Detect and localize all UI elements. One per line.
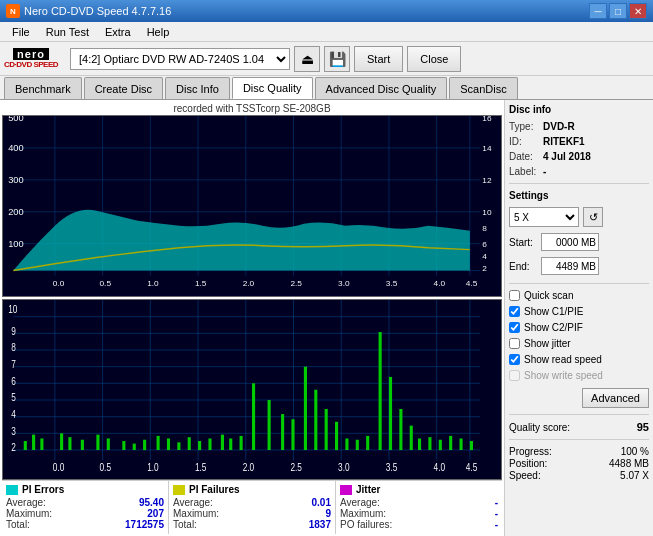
menu-extra[interactable]: Extra [97, 22, 139, 41]
show-c2-pif-checkbox[interactable] [509, 322, 520, 333]
menu-file[interactable]: File [4, 22, 38, 41]
svg-text:300: 300 [8, 175, 24, 185]
pi-failures-avg-row: Average: 0.01 [173, 497, 331, 508]
tab-create-disc[interactable]: Create Disc [84, 77, 163, 99]
pi-errors-label: PI Errors [22, 484, 64, 495]
svg-rect-95 [335, 421, 338, 449]
svg-text:8: 8 [11, 342, 16, 353]
show-write-speed-checkbox [509, 370, 520, 381]
pi-failures-stats: PI Failures Average: 0.01 Maximum: 9 Tot… [169, 481, 336, 534]
svg-rect-84 [208, 438, 211, 450]
svg-text:0.0: 0.0 [53, 461, 65, 472]
position-row: Position: 4488 MB [509, 458, 649, 469]
svg-text:3.5: 3.5 [386, 279, 398, 288]
minimize-button[interactable]: ─ [589, 3, 607, 19]
svg-text:10: 10 [482, 208, 492, 217]
pi-errors-avg-row: Average: 95.40 [6, 497, 164, 508]
tab-benchmark[interactable]: Benchmark [4, 77, 82, 99]
main-content: recorded with TSSTcorp SE-208GB [0, 100, 653, 536]
svg-rect-102 [410, 425, 413, 449]
svg-text:4.5: 4.5 [466, 461, 478, 472]
svg-rect-94 [325, 408, 328, 449]
app-icon: N [6, 4, 20, 18]
progress-section: Progress: 100 % Position: 4488 MB Speed:… [509, 446, 649, 481]
save-button[interactable]: 💾 [324, 46, 350, 72]
svg-rect-99 [379, 332, 382, 450]
speed-row: Speed: 5.07 X [509, 470, 649, 481]
advanced-button[interactable]: Advanced [582, 388, 649, 408]
svg-rect-100 [389, 376, 392, 449]
title-bar-controls: ─ □ ✕ [589, 3, 647, 19]
end-mb-input[interactable] [541, 257, 599, 275]
title-bar-left: N Nero CD-DVD Speed 4.7.7.16 [6, 4, 171, 18]
svg-rect-98 [366, 435, 369, 449]
svg-rect-77 [133, 443, 136, 449]
jitter-stats: Jitter Average: - Maximum: - PO failures… [336, 481, 502, 534]
charts-container: 500 400 300 200 100 16 14 12 10 8 6 4 2 [2, 115, 502, 480]
close-window-button[interactable]: ✕ [629, 3, 647, 19]
divider-1 [509, 183, 649, 184]
show-jitter-checkbox[interactable] [509, 338, 520, 349]
settings-title: Settings [509, 190, 649, 201]
tab-disc-quality[interactable]: Disc Quality [232, 77, 313, 99]
tab-advanced-disc-quality[interactable]: Advanced Disc Quality [315, 77, 448, 99]
pi-failures-header: PI Failures [173, 484, 331, 495]
chart-area: recorded with TSSTcorp SE-208GB [0, 100, 505, 536]
svg-rect-88 [252, 383, 255, 450]
svg-text:4: 4 [11, 409, 16, 420]
divider-4 [509, 439, 649, 440]
quick-scan-checkbox[interactable] [509, 290, 520, 301]
pi-failures-chart: 10 9 8 7 6 5 4 3 2 [2, 299, 502, 481]
start-button[interactable]: Start [354, 46, 403, 72]
menu-bar: File Run Test Extra Help [0, 22, 653, 42]
speed-settings-row: 1 X2 X4 X5 X8 XMax ↺ [509, 207, 649, 227]
svg-text:3.0: 3.0 [338, 279, 350, 288]
svg-text:10: 10 [8, 304, 17, 315]
svg-text:16: 16 [482, 116, 492, 123]
svg-text:6: 6 [482, 240, 487, 249]
quality-score-row: Quality score: 95 [509, 421, 649, 433]
svg-rect-78 [143, 439, 146, 449]
svg-text:0.5: 0.5 [99, 279, 111, 288]
pi-failures-max-row: Maximum: 9 [173, 508, 331, 519]
svg-text:3: 3 [11, 425, 16, 436]
menu-help[interactable]: Help [139, 22, 178, 41]
disc-info-type-row: Type: DVD-R [509, 121, 649, 132]
start-mb-input[interactable] [541, 233, 599, 251]
toolbar: nero CD·DVD SPEED [4:2] Optiarc DVD RW A… [0, 42, 653, 76]
tab-disc-info[interactable]: Disc Info [165, 77, 230, 99]
pi-errors-total-row: Total: 1712575 [6, 519, 164, 530]
show-jitter-row: Show jitter [509, 338, 649, 349]
svg-rect-106 [449, 435, 452, 449]
svg-rect-96 [345, 438, 348, 450]
show-read-speed-row: Show read speed [509, 354, 649, 365]
jitter-header: Jitter [340, 484, 498, 495]
end-mb-row: End: [509, 257, 649, 275]
show-c2-pif-row: Show C2/PIF [509, 322, 649, 333]
settings-refresh-button[interactable]: ↺ [583, 207, 603, 227]
svg-text:8: 8 [482, 224, 487, 233]
svg-rect-103 [418, 438, 421, 450]
show-c1-pie-row: Show C1/PIE [509, 306, 649, 317]
svg-text:9: 9 [11, 325, 16, 336]
tab-scan-disc[interactable]: ScanDisc [449, 77, 517, 99]
svg-text:2.5: 2.5 [290, 279, 302, 288]
tabs-bar: Benchmark Create Disc Disc Info Disc Qua… [0, 76, 653, 100]
eject-button[interactable]: ⏏ [294, 46, 320, 72]
disc-info-title: Disc info [509, 104, 649, 115]
show-read-speed-checkbox[interactable] [509, 354, 520, 365]
menu-run-test[interactable]: Run Test [38, 22, 97, 41]
show-c1-pie-checkbox[interactable] [509, 306, 520, 317]
pi-failures-color [173, 485, 185, 495]
svg-rect-108 [470, 441, 473, 450]
toolbar-close-button[interactable]: Close [407, 46, 461, 72]
svg-rect-70 [40, 438, 43, 450]
drive-select[interactable]: [4:2] Optiarc DVD RW AD-7240S 1.04 [70, 48, 290, 70]
svg-rect-83 [198, 441, 201, 450]
svg-rect-73 [81, 439, 84, 449]
jitter-label: Jitter [356, 484, 380, 495]
speed-select[interactable]: 1 X2 X4 X5 X8 XMax [509, 207, 579, 227]
progress-row: Progress: 100 % [509, 446, 649, 457]
svg-text:0.5: 0.5 [99, 461, 111, 472]
maximize-button[interactable]: □ [609, 3, 627, 19]
